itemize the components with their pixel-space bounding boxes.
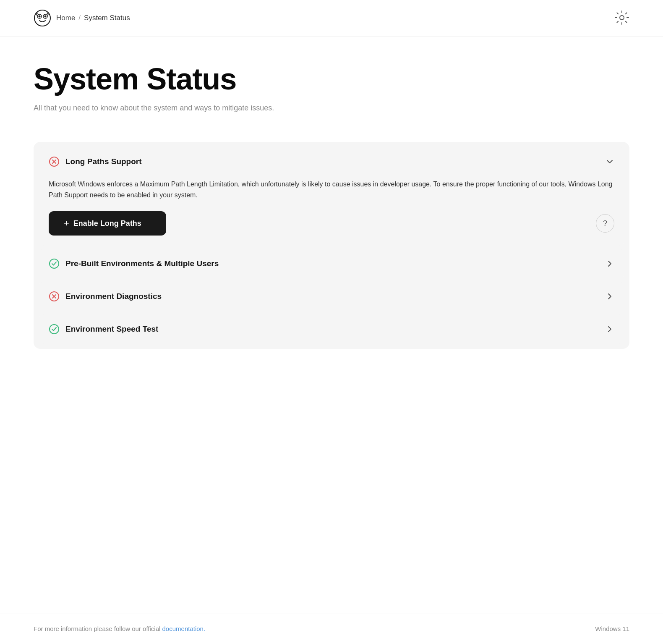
breadcrumb-current: System Status bbox=[84, 14, 130, 22]
section-env-diagnostics: Environment Diagnostics bbox=[39, 282, 624, 311]
success-status-icon-2 bbox=[49, 324, 60, 335]
section-long-paths: Long Paths Support Microsoft Windows enf… bbox=[39, 147, 624, 246]
page-title: System Status bbox=[34, 62, 629, 96]
error-status-icon-2 bbox=[49, 291, 60, 302]
question-mark-icon: ? bbox=[603, 219, 607, 228]
footer-documentation-link[interactable]: documentation. bbox=[162, 625, 206, 632]
breadcrumb-home[interactable]: Home bbox=[56, 14, 75, 22]
app-footer: For more information please follow our o… bbox=[0, 613, 663, 644]
chevron-right-icon bbox=[605, 259, 614, 268]
help-button[interactable]: ? bbox=[596, 214, 614, 233]
enable-long-paths-button[interactable]: + Enable Long Paths bbox=[49, 211, 166, 236]
svg-point-13 bbox=[50, 325, 59, 334]
section-env-diagnostics-header-left: Environment Diagnostics bbox=[49, 291, 162, 302]
error-status-icon bbox=[49, 156, 60, 167]
section-env-diagnostics-header[interactable]: Environment Diagnostics bbox=[39, 282, 624, 311]
svg-point-0 bbox=[34, 10, 50, 26]
sections-container: Long Paths Support Microsoft Windows enf… bbox=[34, 142, 629, 349]
success-status-icon bbox=[49, 258, 60, 269]
chevron-down-icon bbox=[605, 157, 614, 166]
section-long-paths-actions: + Enable Long Paths ? bbox=[49, 211, 614, 236]
enable-long-paths-label: Enable Long Paths bbox=[73, 219, 141, 228]
header-left: Home / System Status bbox=[34, 9, 130, 27]
section-pre-built: Pre-Built Environments & Multiple Users bbox=[39, 249, 624, 278]
section-env-speed: Environment Speed Test bbox=[39, 314, 624, 344]
settings-button[interactable] bbox=[614, 10, 629, 26]
svg-point-1 bbox=[39, 16, 41, 18]
page-subtitle: All that you need to know about the syst… bbox=[34, 104, 629, 113]
section-long-paths-description: Microsoft Windows enforces a Maximum Pat… bbox=[49, 179, 614, 200]
gear-icon bbox=[614, 10, 629, 25]
section-pre-built-header-left: Pre-Built Environments & Multiple Users bbox=[49, 258, 219, 269]
section-long-paths-header-left: Long Paths Support bbox=[49, 156, 142, 167]
footer-text: For more information please follow our o… bbox=[34, 625, 205, 632]
breadcrumb-separator: / bbox=[78, 14, 81, 22]
breadcrumb: Home / System Status bbox=[56, 14, 130, 22]
section-env-speed-title: Environment Speed Test bbox=[65, 325, 158, 334]
footer-prefix: For more information please follow our o… bbox=[34, 625, 160, 632]
section-pre-built-title: Pre-Built Environments & Multiple Users bbox=[65, 259, 219, 268]
app-header: Home / System Status bbox=[0, 0, 663, 37]
section-pre-built-header[interactable]: Pre-Built Environments & Multiple Users bbox=[39, 249, 624, 278]
plus-icon: + bbox=[64, 218, 69, 229]
section-env-speed-header-left: Environment Speed Test bbox=[49, 324, 158, 335]
app-logo-icon bbox=[34, 9, 51, 27]
svg-point-5 bbox=[620, 16, 624, 20]
section-long-paths-body: Microsoft Windows enforces a Maximum Pat… bbox=[39, 176, 624, 246]
svg-point-2 bbox=[44, 16, 47, 18]
section-long-paths-header[interactable]: Long Paths Support bbox=[39, 147, 624, 176]
chevron-right-icon-2 bbox=[605, 292, 614, 301]
section-env-speed-header[interactable]: Environment Speed Test bbox=[39, 314, 624, 344]
section-long-paths-title: Long Paths Support bbox=[65, 157, 142, 166]
main-content: System Status All that you need to know … bbox=[0, 37, 663, 613]
section-env-diagnostics-title: Environment Diagnostics bbox=[65, 292, 162, 301]
svg-point-9 bbox=[50, 259, 59, 268]
footer-os-label: Windows 11 bbox=[595, 625, 629, 632]
chevron-right-icon-3 bbox=[605, 325, 614, 334]
